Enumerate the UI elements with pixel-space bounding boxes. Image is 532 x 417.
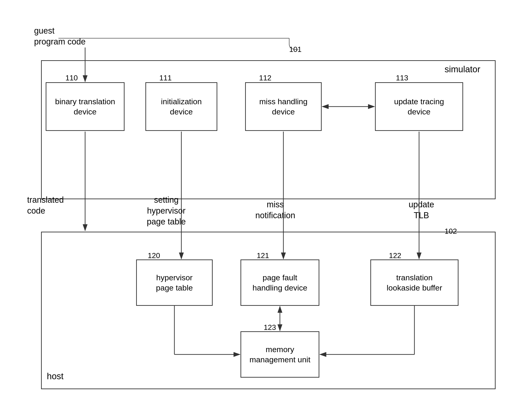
memory-management-box: memorymanagement unit — [240, 331, 319, 378]
ref-111: 111 — [159, 74, 172, 82]
page-fault-box: page faulthandling device — [240, 260, 319, 306]
ref-122: 122 — [389, 251, 401, 260]
ref-123: 123 — [264, 323, 276, 332]
translated-code-label: translatedcode — [27, 195, 64, 216]
hypervisor-page-table-box: hypervisorpage table — [136, 260, 213, 306]
initialization-box: initializationdevice — [145, 82, 217, 131]
update-tracing-box: update tracingdevice — [375, 82, 463, 131]
ref-110: 110 — [65, 74, 78, 82]
guest-program-code-label: guestprogram code — [34, 25, 86, 47]
ref-113: 113 — [396, 74, 408, 82]
miss-notification-label: missnotification — [238, 199, 312, 221]
ref-112: 112 — [259, 74, 271, 82]
host-label: host — [47, 371, 64, 382]
miss-handling-box: miss handlingdevice — [245, 82, 322, 131]
update-tlb-label: updateTLB — [391, 199, 452, 221]
simulator-label: simulator — [445, 64, 480, 75]
ref-102: 102 — [445, 227, 457, 236]
translation-lookaside-box: translationlookaside buffer — [370, 260, 458, 306]
setting-hypervisor-label: settinghypervisorpage table — [129, 195, 203, 227]
ref-121: 121 — [257, 251, 269, 260]
ref-101: 101 — [289, 45, 302, 54]
diagram-container: simulator 101 host 102 binary translatio… — [22, 14, 510, 403]
binary-translation-box: binary translationdevice — [46, 82, 125, 131]
ref-120: 120 — [148, 251, 160, 260]
